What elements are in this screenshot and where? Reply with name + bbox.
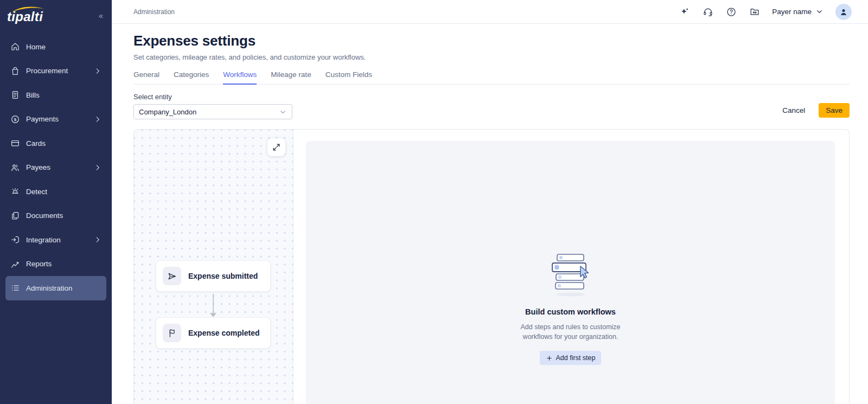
chevron-down-icon (279, 108, 287, 116)
administration-icon (10, 283, 20, 293)
sidebar-item-label: Bills (26, 91, 40, 99)
help-icon[interactable] (725, 6, 737, 17)
page-subtitle: Set categories, mileage rates, and polic… (133, 53, 850, 61)
detect-icon (10, 187, 20, 196)
page-title: Expenses settings (133, 33, 850, 49)
tab-bar: General Categories Workflows Mileage rat… (133, 70, 850, 85)
chevron-right-icon (94, 236, 101, 243)
content-column: Administration Payer name Expe (112, 0, 868, 404)
add-first-step-label: Add first step (556, 354, 596, 362)
sidebar-collapse-icon[interactable]: « (99, 11, 103, 20)
sidebar-item-detect[interactable]: Detect (5, 179, 106, 204)
entity-row: Select entity Company_London Cancel Save (133, 93, 850, 119)
tab-categories[interactable]: Categories (174, 70, 209, 85)
payer-name-label: Payer name (772, 8, 812, 16)
sidebar-item-label: Detect (26, 188, 47, 196)
sidebar-item-integration[interactable]: Integration (5, 228, 106, 252)
sidebar-nav: Home Procurement Bills $ Payments Cards … (0, 34, 112, 302)
user-icon (839, 7, 848, 17)
sidebar-item-label: Procurement (26, 67, 68, 75)
payments-icon: $ (10, 114, 20, 124)
chevron-right-icon (94, 67, 101, 75)
payees-icon (10, 163, 20, 172)
chevron-right-icon (94, 116, 101, 123)
procurement-icon (10, 66, 20, 76)
chevron-down-icon (815, 8, 824, 16)
avatar[interactable] (835, 4, 852, 20)
chevron-right-icon (94, 164, 101, 171)
svg-text:$: $ (14, 117, 17, 122)
sidebar-item-label: Payments (26, 115, 59, 123)
workflow-steps-illustration (545, 251, 597, 297)
empty-state-line1: Add steps and rules to customize (520, 322, 620, 332)
expand-icon (272, 143, 281, 152)
save-button[interactable]: Save (819, 103, 850, 118)
empty-state-description: Add steps and rules to customize workflo… (520, 322, 620, 342)
add-first-step-button[interactable]: Add first step (540, 351, 602, 365)
step-label: Expense completed (188, 329, 260, 337)
sparkle-icon[interactable] (679, 6, 690, 17)
sidebar-item-label: Administration (26, 284, 73, 292)
sidebar-item-label: Documents (26, 211, 63, 220)
sidebar-item-payees[interactable]: Payees (5, 156, 106, 180)
expand-canvas-button[interactable] (267, 138, 285, 156)
reports-icon (10, 259, 20, 269)
sidebar: tipalti « Home Procurement Bills $ Payme… (0, 0, 112, 404)
sidebar-item-label: Payees (26, 163, 50, 171)
payer-name-menu[interactable]: Payer name (772, 8, 824, 16)
sidebar-item-bills[interactable]: Bills (5, 83, 106, 107)
documents-icon (10, 211, 20, 221)
sidebar-item-label: Reports (26, 260, 52, 268)
integration-icon (10, 235, 20, 245)
step-label: Expense submitted (188, 272, 258, 280)
headset-icon[interactable] (702, 6, 713, 17)
breadcrumb: Administration (133, 8, 175, 16)
entity-select-value: Company_London (139, 108, 196, 116)
form-actions: Cancel Save (782, 103, 850, 119)
tab-mileage-rate[interactable]: Mileage rate (271, 70, 311, 85)
flag-icon (163, 324, 181, 342)
workflow-empty-panel: Build custom workflows Add steps and rul… (306, 141, 835, 404)
sidebar-item-home[interactable]: Home (5, 35, 106, 59)
topbar-actions: Payer name (679, 4, 852, 20)
workflow-builder: Expense submitted Expense completed (133, 129, 850, 404)
logo-text: tipalti (7, 9, 43, 24)
sidebar-item-label: Cards (26, 139, 46, 148)
cancel-button[interactable]: Cancel (782, 106, 805, 114)
entity-select[interactable]: Company_London (133, 104, 292, 119)
sidebar-item-label: Home (26, 43, 46, 51)
workflow-canvas[interactable]: Expense submitted Expense completed (134, 130, 293, 404)
topbar: Administration Payer name (112, 0, 868, 24)
workflow-step-expense-completed[interactable]: Expense completed (156, 317, 271, 349)
entity-label: Select entity (133, 93, 292, 101)
folder-transfer-icon[interactable] (749, 6, 760, 17)
send-icon (163, 267, 181, 285)
home-icon (10, 42, 20, 52)
tab-workflows[interactable]: Workflows (223, 70, 257, 85)
empty-state-title: Build custom workflows (525, 307, 616, 316)
empty-state-line2: workflows for your organization. (520, 332, 620, 342)
tab-general[interactable]: General (133, 70, 159, 85)
workflow-step-expense-submitted[interactable]: Expense submitted (156, 260, 271, 292)
plus-icon (546, 355, 553, 362)
sidebar-item-label: Integration (26, 236, 61, 244)
tab-custom-fields[interactable]: Custom Fields (326, 70, 372, 85)
cards-icon (10, 138, 20, 148)
sidebar-item-documents[interactable]: Documents (5, 204, 106, 228)
sidebar-item-payments[interactable]: $ Payments (5, 107, 106, 132)
logo[interactable]: tipalti « (0, 0, 112, 34)
sidebar-item-cards[interactable]: Cards (5, 131, 106, 156)
main-content: Expenses settings Set categories, mileag… (112, 24, 868, 404)
arrow-down-connector (209, 293, 217, 317)
entity-field: Select entity Company_London (133, 93, 292, 119)
sidebar-item-administration[interactable]: Administration (5, 276, 106, 300)
sidebar-item-procurement[interactable]: Procurement (5, 59, 106, 84)
sidebar-item-reports[interactable]: Reports (5, 252, 106, 277)
bills-icon (10, 90, 20, 100)
